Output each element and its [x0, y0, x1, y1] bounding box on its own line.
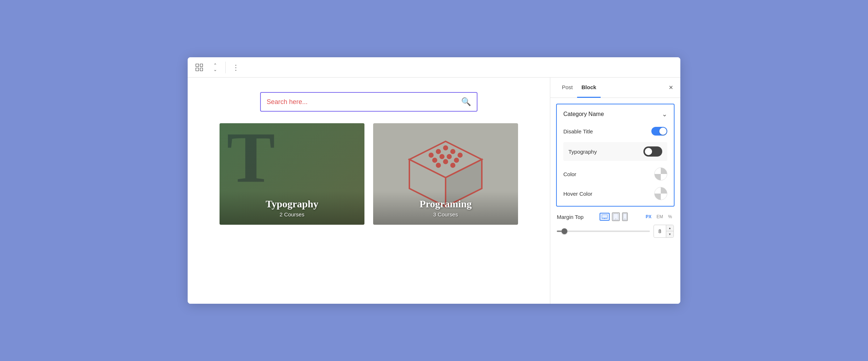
- unit-px-btn[interactable]: PX: [644, 213, 653, 220]
- tablet-svg: [613, 213, 618, 220]
- grid-icon: [196, 64, 203, 71]
- sidebar-content: Category Name ⌄ Disable Title: [550, 98, 680, 244]
- svg-point-5: [443, 145, 448, 150]
- chevron-up-icon: ⌄: [662, 110, 667, 118]
- typography-toggle-knob: [645, 148, 652, 155]
- svg-point-20: [625, 219, 625, 219]
- svg-point-11: [454, 158, 459, 163]
- svg-point-9: [439, 154, 445, 159]
- search-button[interactable]: 🔍: [461, 97, 471, 107]
- editor-area: 🔍 Typography 2 Courses: [188, 78, 550, 304]
- programing-card-overlay: Programing 3 Courses: [373, 191, 518, 225]
- unit-percent-btn[interactable]: %: [666, 213, 674, 220]
- typography-row: Typography: [563, 142, 667, 161]
- unit-options: PX EM %: [644, 213, 674, 220]
- svg-point-14: [450, 163, 455, 168]
- spinner-down-btn[interactable]: ▼: [666, 231, 673, 237]
- category-name-label: Category Name: [563, 111, 604, 117]
- search-bar-container: 🔍: [260, 92, 477, 112]
- typography-card[interactable]: Typography 2 Courses: [220, 123, 364, 225]
- unit-em-btn[interactable]: EM: [655, 213, 665, 220]
- svg-point-10: [447, 154, 452, 159]
- more-options-btn[interactable]: ⋮: [230, 62, 242, 73]
- margin-device-icons: [600, 212, 628, 221]
- disable-title-label: Disable Title: [563, 128, 593, 134]
- search-input[interactable]: [267, 98, 461, 106]
- programing-card[interactable]: Programing 3 Courses: [373, 123, 518, 225]
- typography-card-subtitle: 2 Courses: [227, 211, 357, 217]
- programing-card-title: Programing: [380, 198, 511, 210]
- category-header[interactable]: Category Name ⌄: [557, 104, 674, 124]
- tablet-icon[interactable]: [612, 212, 620, 221]
- slider-row: ▲ ▼: [557, 225, 674, 238]
- typography-card-title: Typography: [227, 198, 357, 210]
- svg-point-13: [443, 159, 448, 164]
- sidebar-panel: Post Block × Category Name ⌄ Disable Tit…: [550, 78, 680, 304]
- svg-point-6: [450, 149, 455, 154]
- svg-rect-15: [602, 215, 608, 218]
- settings-body: Disable Title Typography: [557, 124, 674, 206]
- disable-title-toggle[interactable]: [651, 127, 667, 136]
- color-label: Color: [563, 171, 576, 177]
- mobile-icon[interactable]: [622, 212, 628, 221]
- cards-grid: Typography 2 Courses: [220, 123, 518, 225]
- slider-track[interactable]: [557, 231, 650, 232]
- main-layout: 🔍 Typography 2 Courses: [188, 78, 680, 304]
- svg-point-3: [429, 153, 434, 158]
- slider-thumb[interactable]: [562, 228, 567, 234]
- tab-block[interactable]: Block: [577, 78, 601, 98]
- margin-top-row: Margin Top: [557, 212, 674, 221]
- margin-section: Margin Top: [550, 212, 680, 244]
- svg-point-4: [436, 149, 441, 154]
- disable-title-row: Disable Title: [563, 127, 667, 136]
- color-row: Color: [563, 167, 667, 180]
- slider-value-box: ▲ ▼: [654, 225, 674, 238]
- disable-title-toggle-knob: [659, 128, 667, 135]
- desktop-icon[interactable]: [600, 213, 610, 221]
- hover-color-row: Hover Color: [563, 187, 667, 200]
- svg-point-8: [432, 158, 437, 163]
- programing-card-subtitle: 3 Courses: [380, 211, 511, 217]
- toolbar: ⌃ ⌄ ⋮: [188, 57, 680, 78]
- color-picker[interactable]: [654, 167, 667, 180]
- updown-btn[interactable]: ⌃ ⌄: [209, 62, 221, 73]
- typography-label: Typography: [568, 149, 597, 155]
- tab-post[interactable]: Post: [558, 78, 577, 98]
- margin-top-input[interactable]: [654, 228, 666, 234]
- desktop-svg: [602, 215, 608, 219]
- toolbar-divider: [225, 62, 226, 73]
- typography-toggle[interactable]: [643, 146, 662, 157]
- category-section: Category Name ⌄ Disable Title: [556, 104, 675, 207]
- grid-icon-btn[interactable]: [193, 62, 205, 73]
- typography-card-overlay: Typography 2 Courses: [220, 191, 364, 225]
- app-window: ⌃ ⌄ ⋮ 🔍 Typography: [188, 57, 680, 304]
- svg-point-18: [615, 219, 616, 219]
- svg-point-7: [458, 153, 463, 158]
- mobile-svg: [623, 213, 627, 220]
- svg-point-12: [436, 163, 441, 168]
- close-button[interactable]: ×: [669, 83, 673, 92]
- margin-top-label: Margin Top: [557, 214, 584, 220]
- updown-icon: ⌃ ⌄: [213, 63, 217, 72]
- slider-spinners: ▲ ▼: [666, 225, 673, 237]
- hover-color-label: Hover Color: [563, 191, 592, 197]
- sidebar-tabs: Post Block ×: [550, 78, 680, 98]
- hover-color-picker[interactable]: [654, 187, 667, 200]
- spinner-up-btn[interactable]: ▲: [666, 225, 673, 231]
- slider-fill: [557, 231, 562, 232]
- dots-icon: ⋮: [232, 63, 240, 72]
